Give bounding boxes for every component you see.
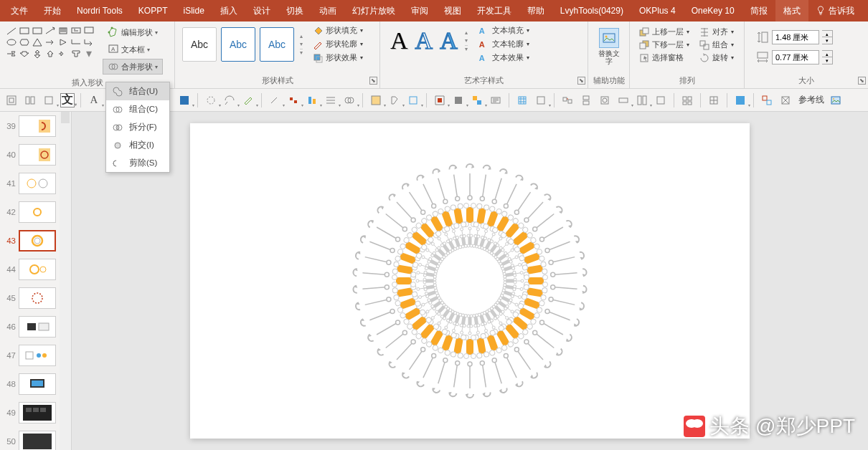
height-input[interactable]: 1.48 厘米 (772, 30, 819, 44)
tool-btn-22[interactable]: ▾ (451, 93, 466, 107)
send-backward-button[interactable]: 下移一层 ▾ (637, 39, 692, 51)
tool-btn-33[interactable] (680, 93, 694, 107)
tool-btn-36[interactable] (760, 93, 774, 107)
style-preset-2[interactable]: Abc (221, 27, 255, 62)
size-launcher-icon[interactable]: ⬊ (858, 77, 866, 85)
rotate-icon (699, 53, 709, 63)
tab-developer[interactable]: 开发工具 (469, 0, 519, 21)
tab-nordri[interactable]: Nordri Tools (69, 0, 131, 21)
bring-forward-button[interactable]: 上移一层 ▾ (637, 26, 692, 38)
tab-slideshow[interactable]: 幻灯片放映 (344, 0, 403, 21)
svg-point-236 (524, 275, 529, 280)
style-preset-3[interactable]: Abc (260, 27, 294, 62)
tool-btn-28[interactable] (579, 93, 593, 107)
wordart-gallery[interactable]: A A A ▴▾▾ (385, 24, 473, 57)
tool-btn-35[interactable]: ▾ (733, 93, 747, 107)
wordart-preset-2[interactable]: A (415, 27, 433, 54)
tool-btn-17[interactable]: ▾ (342, 93, 357, 107)
tool-btn-32[interactable] (654, 93, 668, 107)
tool-btn-31[interactable]: ▾ (635, 93, 649, 107)
tool-btn-19[interactable]: ▾ (387, 93, 402, 107)
wordart-launcher-icon[interactable]: ⬊ (577, 77, 585, 85)
tool-btn-37[interactable] (778, 93, 793, 107)
svg-point-173 (390, 249, 395, 253)
slide-canvas[interactable] (72, 112, 868, 450)
text-fill-button[interactable]: A文本填充 ▾ (476, 24, 532, 37)
tool-btn-15[interactable]: ▾ (305, 93, 319, 107)
tab-help[interactable]: 帮助 (519, 0, 552, 21)
wordart-preset-3[interactable]: A (440, 27, 458, 54)
tab-design[interactable]: 设计 (245, 0, 278, 21)
group-button[interactable]: 组合 ▾ (697, 39, 736, 51)
tool-btn-11[interactable]: ▾ (222, 93, 237, 107)
tab-format[interactable]: 格式 (775, 0, 808, 21)
tool-btn-3[interactable]: ▾ (42, 93, 56, 107)
selection-pane-button[interactable]: 选择窗格 (637, 52, 692, 64)
tab-brief[interactable]: 简报 (742, 0, 775, 21)
pen-icon (313, 39, 323, 49)
shape-fill-button[interactable]: 形状填充 ▾ (310, 24, 366, 37)
shapes-gallery[interactable]: ▾ (4, 24, 101, 59)
text-effects-button[interactable]: A文本效果 ▾ (476, 52, 532, 64)
tell-me-search[interactable]: 告诉我 (808, 5, 862, 17)
thumbnail-scrollbar[interactable] (60, 112, 71, 450)
tool-color[interactable]: ▾ (177, 93, 192, 107)
merge-shapes-button[interactable]: 合并形状▾ (103, 59, 163, 75)
style-preset-1[interactable]: Abc (182, 27, 217, 62)
tool-btn-34[interactable] (707, 93, 721, 107)
tab-lvyh[interactable]: LvyhTools(0429) (552, 0, 631, 21)
tool-btn-25[interactable] (515, 93, 529, 107)
tool-btn-30[interactable]: ▾ (616, 93, 631, 107)
tab-view[interactable]: 视图 (436, 0, 469, 21)
height-icon (756, 31, 769, 44)
tool-btn-21[interactable]: ▾ (433, 93, 447, 107)
tool-btn-29[interactable] (598, 93, 612, 107)
shape-styles-launcher-icon[interactable]: ⬊ (369, 77, 377, 85)
tool-btn-23[interactable]: ▾ (470, 93, 484, 107)
tool-btn-27[interactable] (560, 93, 575, 107)
tool-btn-20[interactable]: ▾ (406, 93, 420, 107)
align-button[interactable]: 对齐 ▾ (697, 26, 736, 38)
text-box-button[interactable]: A 文本框▾ (103, 42, 163, 57)
tool-btn-2[interactable] (23, 93, 37, 107)
width-input[interactable]: 0.77 厘米 (772, 50, 819, 64)
tab-onekey[interactable]: OneKey 10 (684, 0, 742, 21)
tab-okplus[interactable]: OKPlus 4 (631, 0, 684, 21)
tool-font[interactable]: A▾ (87, 93, 101, 107)
tab-transitions[interactable]: 切换 (278, 0, 311, 21)
menu-fragment[interactable]: 拆分(F) (106, 118, 169, 136)
text-outline-button[interactable]: A文本轮廓 ▾ (476, 38, 532, 50)
width-spinner[interactable]: ▴▾ (822, 50, 833, 64)
tab-islide[interactable]: iSlide (176, 0, 212, 21)
tool-btn-4[interactable]: 文▾ (60, 93, 75, 107)
tool-btn-10[interactable]: ▾ (204, 93, 218, 107)
menu-union[interactable]: 结合(U) (106, 82, 169, 100)
menu-subtract[interactable]: 剪除(S) (106, 154, 169, 172)
tab-koppt[interactable]: KOPPT (131, 0, 176, 21)
tab-review[interactable]: 审阅 (403, 0, 436, 21)
shape-style-gallery[interactable]: Abc Abc Abc ▴▾▾ (179, 24, 307, 64)
tab-animations[interactable]: 动画 (311, 0, 344, 21)
tool-btn-26[interactable]: ▾ (534, 93, 548, 107)
tool-btn-24[interactable] (489, 93, 503, 107)
tab-insert[interactable]: 插入 (212, 0, 245, 21)
wordart-preset-1[interactable]: A (390, 27, 408, 54)
tool-btn-14[interactable]: ▾ (286, 93, 301, 107)
tool-btn-16[interactable]: ▾ (324, 93, 338, 107)
tool-btn-38[interactable] (829, 93, 843, 107)
tab-file[interactable]: 文件 (3, 0, 36, 21)
tool-btn-13[interactable]: ▾ (268, 93, 282, 107)
tab-home[interactable]: 开始 (36, 0, 69, 21)
height-spinner[interactable]: ▴▾ (822, 30, 833, 44)
shape-effects-button[interactable]: 形状效果 ▾ (310, 52, 366, 64)
tool-btn-18[interactable]: ▾ (369, 93, 383, 107)
edit-shape-button[interactable]: 编辑形状▾ (103, 24, 163, 40)
menu-combine[interactable]: 组合(C) (106, 100, 169, 118)
menu-intersect[interactable]: 相交(I) (106, 136, 169, 154)
alt-text-button[interactable]: 替换文字 (597, 27, 621, 66)
tool-btn-1[interactable] (4, 93, 19, 107)
tool-btn-12[interactable]: ▾ (241, 93, 255, 107)
rotate-button[interactable]: 旋转 ▾ (697, 52, 736, 64)
shape-outline-button[interactable]: 形状轮廓 ▾ (310, 38, 366, 50)
svg-point-177 (402, 227, 407, 231)
